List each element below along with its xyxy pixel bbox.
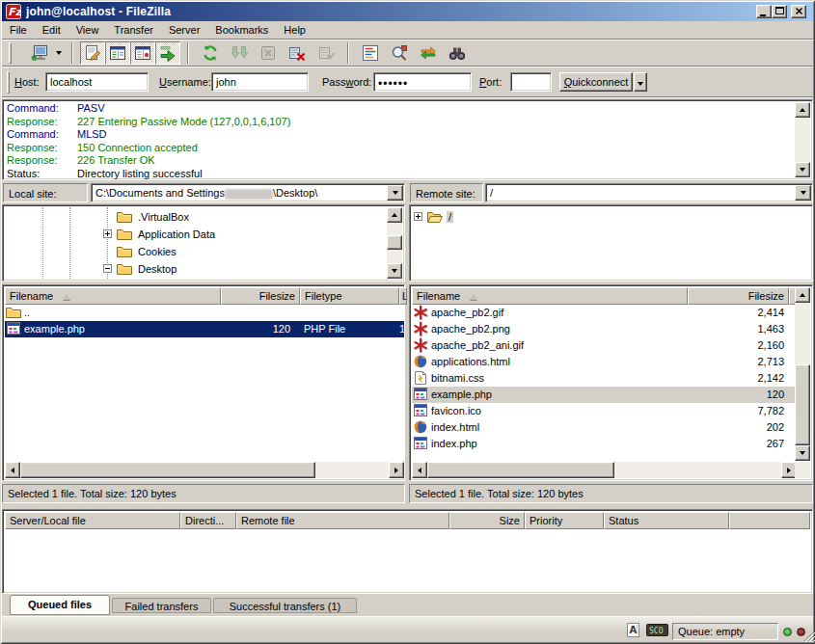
column-header-filetype[interactable]: Filetype (300, 287, 399, 305)
resize-grip-icon[interactable] (802, 630, 815, 644)
scrollbar-track[interactable] (795, 303, 810, 364)
combo-dropdown-button[interactable] (795, 185, 811, 201)
cancel-operation-button[interactable] (257, 41, 280, 65)
tree-item[interactable]: Cookies (103, 243, 385, 259)
find-files-button[interactable] (446, 41, 469, 65)
port-input[interactable] (510, 72, 552, 92)
scroll-up-button[interactable] (387, 207, 402, 223)
toggle-message-log-button[interactable] (80, 41, 105, 65)
menu-item[interactable]: Bookmarks (207, 22, 276, 38)
scroll-up-button[interactable] (795, 102, 810, 118)
queue-column-status[interactable]: Status (604, 512, 729, 529)
menu-item[interactable]: Help (276, 22, 313, 38)
quickconnect-button[interactable]: Quickconnect (559, 72, 633, 92)
column-header-lastmodified[interactable]: L (399, 287, 407, 305)
local-list-body[interactable]: ..example.php120PHP File1 (5, 305, 404, 461)
toggle-transfer-queue-button[interactable] (155, 41, 180, 65)
quickconnect-dropdown-button[interactable] (634, 72, 647, 92)
scroll-down-button[interactable] (795, 162, 810, 177)
maximize-button[interactable] (772, 5, 787, 18)
site-manager-button[interactable] (27, 41, 52, 65)
file-row[interactable]: applications.html2,713 (412, 354, 797, 370)
scroll-left-button[interactable] (5, 462, 20, 478)
queue-column-direction[interactable]: Directi... (180, 512, 236, 529)
tree-expander[interactable] (103, 229, 112, 238)
close-button[interactable] (791, 5, 806, 18)
scrollbar-thumb[interactable] (20, 462, 315, 478)
combo-dropdown-button[interactable] (387, 185, 403, 201)
tree-expander[interactable] (414, 212, 422, 221)
titlebar[interactable]: Fz john@localhost - FileZilla (2, 2, 813, 21)
horizontal-scrollbar[interactable] (412, 462, 797, 478)
horizontal-scrollbar[interactable] (5, 462, 404, 478)
menu-item[interactable]: Edit (35, 22, 68, 38)
menu-item[interactable]: Transfer (106, 22, 161, 38)
toggle-remote-tree-button[interactable] (130, 41, 155, 65)
scrollbar-thumb[interactable] (795, 364, 810, 445)
tree-item[interactable]: .VirtualBox (103, 208, 385, 225)
site-manager-dropdown-button[interactable] (52, 42, 65, 64)
file-row[interactable]: favicon.ico7,782 (412, 403, 797, 419)
column-header-filename[interactable]: Filename (5, 287, 221, 305)
file-row[interactable]: example.php120PHP File1 (5, 321, 404, 337)
directory-comparison-button[interactable] (388, 41, 411, 65)
file-row[interactable]: index.html202 (412, 419, 797, 436)
file-row[interactable]: index.php267 (412, 436, 797, 452)
toggle-local-tree-button[interactable] (105, 41, 130, 65)
file-row[interactable]: apache_pb2.png1,463 (412, 321, 797, 337)
remote-directory-tree[interactable]: / (409, 204, 813, 282)
local-directory-tree[interactable]: .VirtualBoxApplication DataCookiesDeskto… (2, 204, 405, 282)
grip[interactable] (7, 71, 10, 94)
queue-column-remote-file[interactable]: Remote file (236, 512, 449, 529)
scrollbar-thumb[interactable] (387, 235, 402, 250)
refresh-button[interactable] (199, 41, 222, 65)
reconnect-button[interactable] (314, 41, 338, 65)
tree-item[interactable]: Desktop (103, 260, 385, 277)
local-path-combobox[interactable]: C:\Documents and Settings\Desktop\ (91, 183, 405, 202)
column-header-filesize[interactable]: Filesize (221, 287, 300, 305)
minimize-button[interactable] (756, 5, 772, 18)
password-input[interactable]: •••••• (373, 72, 472, 92)
file-row[interactable]: apache_pb2.gif2,414 (412, 305, 797, 321)
local-site-panel: Local site: C:\Documents and Settings\De… (2, 183, 405, 282)
redacted-username (225, 189, 273, 200)
queue-column-size[interactable]: Size (449, 512, 525, 529)
filesize-cell: 202 (688, 421, 784, 433)
scroll-right-button[interactable] (389, 462, 404, 478)
queue-column-priority[interactable]: Priority (525, 512, 604, 529)
svg-text:A: A (630, 625, 638, 635)
file-row[interactable]: apache_pb2_ani.gif2,160 (412, 337, 797, 354)
synchronized-browsing-button[interactable] (417, 41, 440, 65)
remote-path-combobox[interactable]: / (485, 183, 813, 202)
column-header-filename[interactable]: Filename (412, 287, 688, 305)
scrollbar-track[interactable] (795, 118, 810, 162)
queue-column-server-local-file[interactable]: Server/Local file (5, 512, 180, 529)
file-row[interactable]: example.php120 (412, 387, 797, 403)
menu-item[interactable]: View (68, 22, 107, 38)
process-queue-button[interactable] (228, 41, 251, 65)
tab-queued-files[interactable]: Queued files (10, 595, 110, 615)
scroll-down-button[interactable] (795, 445, 810, 461)
file-row[interactable]: .. (5, 305, 404, 321)
username-input[interactable]: john (211, 72, 309, 92)
queue-body[interactable] (5, 529, 810, 591)
column-header-filesize[interactable]: Filesize (688, 287, 789, 305)
file-row[interactable]: bitnami.css2,142 (412, 370, 797, 387)
remote-status-text: Selected 1 file. Total size: 120 bytes (409, 484, 813, 503)
disconnect-button[interactable] (285, 41, 309, 65)
scrollbar-thumb[interactable] (427, 462, 614, 478)
filename-filters-button[interactable] (359, 41, 382, 65)
scroll-down-button[interactable] (387, 263, 402, 279)
tree-expander[interactable] (103, 264, 112, 273)
tab-successful-transfers[interactable]: Successful transfers (1) (213, 598, 357, 613)
tab-failed-transfers[interactable]: Failed transfers (112, 598, 211, 613)
scroll-left-button[interactable] (412, 462, 427, 478)
scroll-up-button[interactable] (795, 287, 810, 303)
tree-item[interactable]: Application Data (103, 226, 385, 242)
menu-item[interactable]: File (2, 22, 35, 38)
filesize-cell: 7,782 (688, 405, 784, 416)
remote-list-body[interactable]: apache_pb2.gif2,414apache_pb2.png1,463ap… (412, 305, 797, 461)
tree-item[interactable]: / (414, 208, 793, 225)
menu-item[interactable]: Server (161, 22, 207, 38)
host-input[interactable]: localhost (45, 72, 149, 92)
